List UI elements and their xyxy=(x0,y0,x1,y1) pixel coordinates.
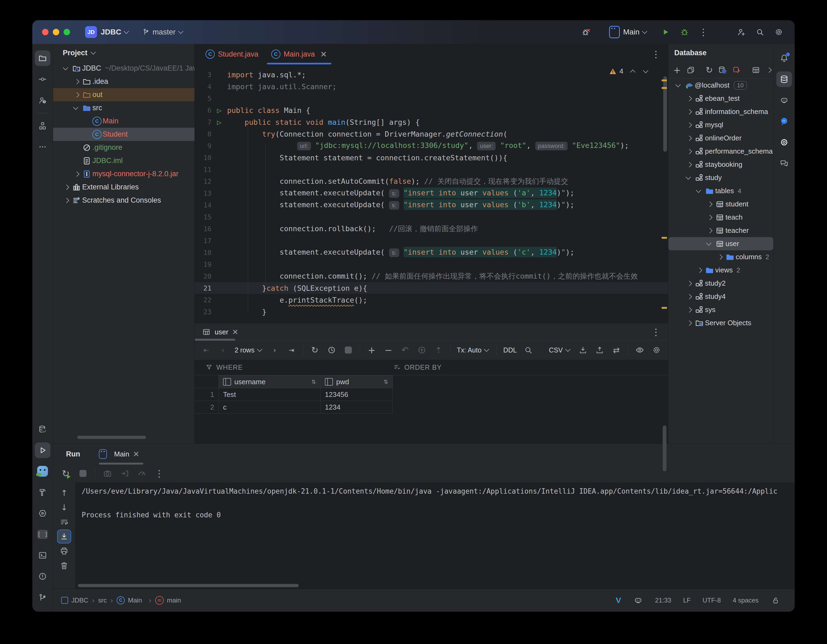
notifications-tool-button[interactable] xyxy=(776,50,792,66)
column-header-username[interactable]: username⇅ xyxy=(219,376,321,388)
run-tab[interactable]: Main ✕ xyxy=(99,444,139,464)
cell[interactable]: 123456 xyxy=(321,388,393,401)
prev-occurrence-icon[interactable]: ↑ xyxy=(58,486,70,499)
print-icon[interactable] xyxy=(58,545,70,558)
build-tool-button[interactable] xyxy=(35,485,50,500)
bookmarks-tool-button[interactable]: [ ] xyxy=(35,527,50,542)
inspection-widget[interactable]: 4 xyxy=(609,67,649,75)
first-page-icon[interactable]: ⇤ xyxy=(201,345,211,355)
code-line-22[interactable]: 22 e.printStackTrace(); xyxy=(195,294,668,306)
file-encoding[interactable]: UTF-8 xyxy=(702,597,721,604)
previous-page-icon[interactable]: ‹ xyxy=(218,345,228,355)
code-line-11[interactable]: 11 xyxy=(195,164,668,175)
submit-icon[interactable] xyxy=(417,345,427,355)
scroll-to-end-icon[interactable] xyxy=(58,530,70,543)
code-line-23[interactable]: 23 } xyxy=(195,306,668,318)
next-occurrence-icon[interactable]: ↓ xyxy=(58,501,70,514)
unlock-icon[interactable] xyxy=(771,595,781,605)
project-tool-button[interactable] xyxy=(35,50,50,66)
profiler-icon[interactable] xyxy=(137,468,147,478)
code-line-10[interactable]: 10 Statement statement = connection.crea… xyxy=(195,152,668,164)
run-line-icon[interactable]: ▷ xyxy=(211,106,227,115)
screenshot-icon[interactable] xyxy=(102,468,112,478)
run-configuration[interactable]: Main xyxy=(609,26,648,38)
code-line-3[interactable]: 3import java.sql.*; xyxy=(195,69,668,81)
minimize-window-button[interactable] xyxy=(53,29,59,35)
grid-tab-label[interactable]: user xyxy=(215,328,228,336)
problems-tool-button[interactable] xyxy=(35,569,50,584)
code-line-9[interactable]: 9 url: "jdbc:mysql://localhost:3306/stud… xyxy=(195,140,668,152)
ddl-button[interactable]: DDL xyxy=(503,346,516,354)
tree-item-study4[interactable]: study4 xyxy=(668,290,773,303)
structure-tool-button[interactable] xyxy=(35,118,50,134)
sort-icon[interactable]: ⇅ xyxy=(311,378,316,385)
add-row-icon[interactable]: + xyxy=(367,345,377,355)
stop-icon[interactable] xyxy=(78,468,88,478)
tree-item-views[interactable]: views2 xyxy=(668,264,773,277)
branch-name[interactable]: master xyxy=(153,28,176,36)
result-grid[interactable]: username⇅pwd⇅1Test1234562c1234 xyxy=(195,375,668,443)
run-button[interactable] xyxy=(660,26,672,38)
code-line-18[interactable]: 18 statement.executeUpdate( s: "insert i… xyxy=(195,247,668,258)
where-filter[interactable]: WHERE xyxy=(206,364,243,371)
tree-item-mysql[interactable]: mysql xyxy=(668,118,773,131)
tree-item-student[interactable]: student xyxy=(668,197,773,211)
order-by-filter[interactable]: ORDER BY xyxy=(393,364,442,371)
breadcrumb-main[interactable]: mmain xyxy=(155,596,181,605)
ai-assistant-tool-button[interactable] xyxy=(776,134,792,150)
tree-item-scratches-and-consoles[interactable]: Scratches and Consoles xyxy=(53,194,195,207)
code-line-12[interactable]: 12 connection.setAutoCommit(false); // 关… xyxy=(195,175,668,187)
compare-icon[interactable]: ⇄ xyxy=(611,345,621,355)
tree-item-main[interactable]: CMain xyxy=(53,114,195,128)
tree-item-study2[interactable]: study2 xyxy=(668,277,773,290)
code-with-me-icon[interactable] xyxy=(735,26,747,38)
tree-item-teacher[interactable]: teacher xyxy=(668,224,773,237)
tree-item-sys[interactable]: sys xyxy=(668,303,773,316)
code-editor[interactable]: 3import java.sql.*;4import java.util.Sca… xyxy=(195,64,668,323)
data-source-properties-icon[interactable] xyxy=(718,65,727,75)
chevron-up-icon[interactable] xyxy=(630,70,635,75)
close-icon[interactable]: ✕ xyxy=(320,50,327,59)
project-name[interactable]: JDBC xyxy=(101,28,121,36)
duplicate-icon[interactable] xyxy=(687,65,695,75)
stop-icon[interactable] xyxy=(343,345,353,355)
cell[interactable]: Test xyxy=(219,388,321,401)
zoom-window-button[interactable] xyxy=(64,29,70,35)
tree-item-external-libraries[interactable]: External Libraries xyxy=(53,181,195,194)
close-icon[interactable]: ✕ xyxy=(133,450,139,459)
tree-item-staybooking[interactable]: staybooking xyxy=(668,158,773,171)
copilot-status-icon[interactable] xyxy=(633,595,643,605)
cursor-position[interactable]: 21:33 xyxy=(655,597,671,604)
editor-tab-student-java[interactable]: CStudent.java xyxy=(199,44,265,64)
last-page-icon[interactable]: ⇥ xyxy=(286,345,296,355)
soft-wrap-icon[interactable] xyxy=(58,516,70,528)
close-icon[interactable]: ✕ xyxy=(232,328,239,336)
chevron-down-icon[interactable] xyxy=(643,68,648,73)
project-horizontal-scrollbar[interactable] xyxy=(77,436,146,439)
database-tool-button[interactable] xyxy=(776,71,792,87)
mute-breakpoints-icon[interactable] xyxy=(580,26,592,38)
plugin-v-icon[interactable]: V xyxy=(616,596,621,605)
refresh-icon[interactable]: ↻ xyxy=(706,65,713,75)
tree-item-information-schema[interactable]: information_schema xyxy=(668,105,773,118)
more-actions-icon[interactable]: ⋮ xyxy=(154,468,164,478)
tree-item-user[interactable]: user xyxy=(668,237,773,250)
tree-item-jdbc[interactable]: JDBC~/Desktop/CS/JavaEE/1 Jav xyxy=(53,62,195,75)
tree-item-study[interactable]: study xyxy=(668,171,773,184)
close-window-button[interactable] xyxy=(42,29,48,35)
code-line-8[interactable]: 8 try(Connection connection = DriverMana… xyxy=(195,128,668,140)
tree-item-ebean-test[interactable]: ebean_test xyxy=(668,92,773,105)
code-line-6[interactable]: 6▷public class Main { xyxy=(195,104,668,116)
import-tests-icon[interactable] xyxy=(120,468,130,478)
clear-all-icon[interactable] xyxy=(58,559,70,572)
settings-icon[interactable] xyxy=(772,26,785,38)
indent-style[interactable]: 4 spaces xyxy=(733,597,758,604)
code-line-21[interactable]: 21 }catch (SQLException e){ xyxy=(195,282,668,294)
code-line-19[interactable]: 19 xyxy=(195,258,668,270)
commit-tool-button[interactable] xyxy=(35,71,50,87)
console-output[interactable]: /Users/eve/Library/Java/JavaVirtualMachi… xyxy=(75,482,795,589)
breadcrumb-main[interactable]: CMain xyxy=(117,596,145,604)
breadcrumb-src[interactable]: src xyxy=(98,597,107,604)
cell[interactable]: 1234 xyxy=(321,401,393,414)
run-line-icon[interactable]: ▷ xyxy=(211,118,227,127)
